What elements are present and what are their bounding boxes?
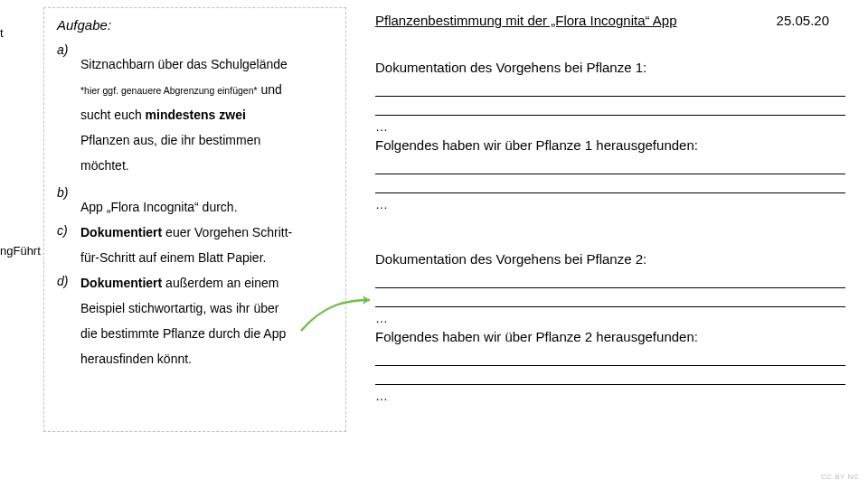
task-a-line4: möchtet. (80, 153, 333, 178)
task-c-line2: für-Schritt auf einem Blatt Papier. (80, 245, 333, 270)
blank-line (375, 352, 845, 366)
task-d-line1: Dokumentiert außerdem an einem (80, 270, 333, 296)
task-d-line1-rest: außerdem an einem (162, 276, 278, 290)
ellipsis: … (375, 309, 845, 327)
task-d-line3: die bestimmte Pflanze durch die App (80, 321, 333, 346)
task-body-a: Sitznachbarn über das Schulgelände *hier… (80, 39, 333, 178)
license-label: CC BY NC (821, 472, 859, 483)
task-body-b: App „Flora Incognita“ durch. (80, 182, 333, 220)
task-item-d: d) Dokumentiert außerdem an einem Beispi… (57, 270, 333, 371)
blank-line (375, 294, 845, 307)
doc2-heading: Dokumentation des Vorgehens bei Pflanze … (375, 249, 845, 269)
found2-heading: Folgendes haben wir über Pflanze 2 herau… (375, 327, 845, 347)
task-title: Aufgabe: (57, 15, 333, 35)
task-d-line4: herausfinden könnt. (80, 346, 333, 371)
task-d-line1-bold: Dokumentiert (80, 276, 162, 290)
task-c-line1-rest: euer Vorgehen Schritt- (162, 225, 292, 239)
blank-line (375, 371, 845, 385)
task-a-line3: Pflanzen aus, die ihr bestimmen (80, 127, 333, 153)
doc1-heading: Dokumentation des Vorgehens bei Pflanze … (375, 58, 845, 78)
task-a-note: *hier ggf. genauere Abgrenzung einfügen* (80, 85, 258, 96)
edge-fragment-f: ngFührt (0, 243, 41, 260)
blank-line (375, 180, 845, 193)
found1-heading: Folgendes haben wir über Pflanze 1 herau… (375, 136, 845, 155)
task-c-line1: Dokumentiert euer Vorgehen Schritt- (80, 220, 333, 245)
task-b-line1-text: App „Flora Incognita“ durch. (80, 200, 238, 214)
task-d-line2: Beispiel stichwortartig, was ihr über (80, 296, 333, 321)
worksheet-right: Pflanzenbestimmung mit der „Flora Incogn… (375, 11, 845, 405)
task-a-und: und (258, 82, 282, 97)
task-b-line1: App „Flora Incognita“ durch. (80, 194, 333, 220)
task-body-d: Dokumentiert außerdem an einem Beispiel … (80, 270, 333, 371)
task-item-b: b) App „Flora Incognita“ durch. (57, 182, 333, 220)
worksheet-title: Pflanzenbestimmung mit der „Flora Incogn… (375, 11, 677, 31)
task-marker-c: c) (57, 220, 80, 239)
task-a-line2-bold: mindestens zwei (146, 108, 246, 122)
task-a-line2-pre: sucht euch (80, 108, 146, 122)
ellipsis: … (375, 387, 845, 405)
blank-line (375, 102, 845, 116)
task-marker-d: d) (57, 270, 80, 290)
task-item-c: c) Dokumentiert euer Vorgehen Schritt- f… (57, 220, 333, 270)
task-box: Aufgabe: a) Sitznachbarn über das Schulg… (43, 7, 346, 432)
task-c-line1-bold: Dokumentiert (80, 225, 162, 239)
task-body-c: Dokumentiert euer Vorgehen Schritt- für-… (80, 220, 333, 270)
task-a-line2: sucht euch mindestens zwei (80, 102, 333, 127)
task-a-note-line: *hier ggf. genauere Abgrenzung einfügen*… (80, 77, 333, 102)
task-marker-b: b) (57, 182, 80, 202)
task-item-a: a) Sitznachbarn über das Schulgelände *h… (57, 39, 333, 178)
ellipsis: … (375, 195, 845, 213)
ellipsis: … (375, 117, 845, 136)
page: t ngFührt Aufgabe: a) Sitznachbarn über … (0, 0, 868, 488)
blank-line (375, 161, 845, 174)
task-a-line1: Sitznachbarn über das Schulgelände (80, 52, 333, 77)
blank-line (375, 83, 845, 97)
edge-fragment-t: t (0, 25, 4, 42)
blank-line (375, 275, 845, 288)
worksheet-date: 25.05.20 (777, 11, 829, 31)
task-marker-a: a) (57, 39, 80, 59)
